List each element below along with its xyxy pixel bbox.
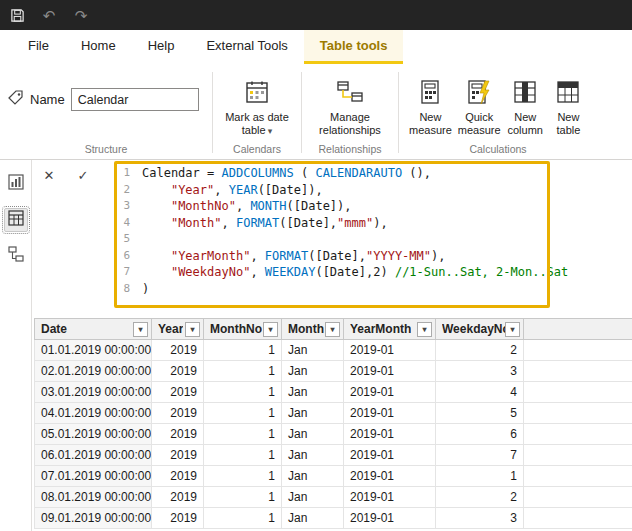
menu-tab-home[interactable]: Home	[65, 30, 132, 64]
new-table-button[interactable]: New table	[548, 74, 589, 139]
data-table: Date▾Year▾MonthNo▾Month▾YearMonth▾Weekda…	[34, 318, 632, 529]
new-measure-button[interactable]: New measure	[407, 74, 454, 139]
table-cell: 08.01.2019 00:00:00	[34, 487, 152, 507]
report-view-button[interactable]	[4, 172, 28, 196]
redo-icon[interactable]: ↷	[72, 6, 90, 24]
manage-relationships-button[interactable]: Manage relationships	[311, 74, 389, 139]
column-header-label: YearMonth	[350, 322, 411, 336]
filter-dropdown-icon[interactable]: ▾	[505, 322, 520, 337]
table-cell: 2019	[152, 445, 204, 465]
code-text: )	[142, 281, 149, 298]
code-text: "Year", YEAR([Date]),	[142, 182, 323, 199]
redo-glyph: ↷	[75, 8, 88, 23]
table-cell: 03.01.2019 00:00:00	[34, 382, 152, 402]
line-number: 4	[118, 215, 130, 232]
column-header-weekdayno: WeekdayNo▾	[436, 319, 524, 339]
menu-tab-file[interactable]: File	[12, 30, 65, 64]
table-cell: 1	[204, 340, 282, 360]
date-table-icon	[244, 76, 270, 108]
new-column-button[interactable]: New column	[505, 74, 546, 139]
menu-tab-help[interactable]: Help	[132, 30, 191, 64]
table-row[interactable]: 01.01.2019 00:00:0020191Jan2019-012	[34, 340, 632, 361]
table-cell: Jan	[282, 382, 344, 402]
save-icon[interactable]	[8, 6, 26, 24]
table-cell: 04.01.2019 00:00:00	[34, 403, 152, 423]
new-column-icon	[513, 76, 537, 108]
table-row[interactable]: 05.01.2019 00:00:0020191Jan2019-016	[34, 424, 632, 445]
undo-glyph: ↶	[43, 8, 56, 23]
relationships-icon	[336, 76, 364, 108]
table-row[interactable]: 08.01.2019 00:00:0020191Jan2019-012	[34, 487, 632, 508]
line-number: 1	[118, 165, 130, 182]
table-cell: 5	[436, 403, 524, 423]
table-cell: 2019	[152, 382, 204, 402]
menu-tab-external-tools[interactable]: External Tools	[190, 30, 303, 64]
line-number: 3	[118, 198, 130, 215]
table-cell: 1	[204, 403, 282, 423]
table-cell: Jan	[282, 403, 344, 423]
table-cell: Jan	[282, 445, 344, 465]
table-cell: 6	[436, 424, 524, 444]
group-label-relationships: Relationships	[302, 143, 398, 159]
code-line: 3 "MonthNo", MONTH([Date]),	[118, 198, 568, 215]
line-number: 2	[118, 182, 130, 199]
commit-formula-button[interactable]: ✓	[74, 168, 92, 183]
data-view-button[interactable]	[4, 208, 28, 232]
filter-dropdown-icon[interactable]: ▾	[263, 322, 278, 337]
line-number: 7	[118, 264, 130, 281]
table-cell: 1	[204, 445, 282, 465]
table-row[interactable]: 07.01.2019 00:00:0020191Jan2019-011	[34, 466, 632, 487]
table-cell: 1	[204, 466, 282, 486]
menu-tab-table-tools[interactable]: Table tools	[304, 30, 404, 64]
table-cell: 2019	[152, 487, 204, 507]
report-view-icon	[8, 174, 24, 194]
code-text: "WeekdayNo", WEEKDAY([Date],2) //1-Sun..…	[142, 264, 568, 281]
code-line: 6 "YearMonth", FORMAT([Date],"YYYY-MM"),	[118, 248, 568, 265]
formula-bar: ✕ ✓ 1Calendar = ADDCOLUMNS ( CALENDARAUT…	[32, 160, 632, 310]
table-cell: 2019-01	[344, 466, 436, 486]
filter-dropdown-icon[interactable]: ▾	[185, 322, 200, 337]
column-header-year: Year▾	[152, 319, 204, 339]
undo-icon[interactable]: ↶	[40, 6, 58, 24]
table-cell: 1	[436, 466, 524, 486]
cancel-formula-button[interactable]: ✕	[40, 168, 58, 183]
line-number: 5	[118, 231, 130, 248]
code-text: "Month", FORMAT([Date],"mmm"),	[142, 215, 388, 232]
table-cell: 06.01.2019 00:00:00	[34, 445, 152, 465]
table-cell: 2019	[152, 424, 204, 444]
filter-dropdown-icon[interactable]: ▾	[417, 322, 432, 337]
formula-code[interactable]: 1Calendar = ADDCOLUMNS ( CALENDARAUTO ()…	[118, 165, 568, 297]
table-cell: Jan	[282, 487, 344, 507]
table-cell: Jan	[282, 466, 344, 486]
code-text: "MonthNo", MONTH([Date]),	[142, 198, 352, 215]
table-cell: 1	[204, 361, 282, 381]
quick-measure-button[interactable]: Quick measure	[456, 74, 503, 139]
filter-dropdown-icon[interactable]: ▾	[133, 322, 148, 337]
column-header-label: Year	[158, 322, 183, 336]
model-view-button[interactable]	[4, 244, 28, 268]
table-row[interactable]: 04.01.2019 00:00:0020191Jan2019-015	[34, 403, 632, 424]
table-cell: 01.01.2019 00:00:00	[34, 340, 152, 360]
table-cell: 2019-01	[344, 508, 436, 528]
column-header-yearmonth: YearMonth▾	[344, 319, 436, 339]
button-label: New column	[507, 111, 544, 137]
table-cell: 2019-01	[344, 340, 436, 360]
table-row[interactable]: 06.01.2019 00:00:0020191Jan2019-017	[34, 445, 632, 466]
filter-dropdown-icon[interactable]: ▾	[325, 322, 340, 337]
code-text: Calendar = ADDCOLUMNS ( CALENDARAUTO (),	[142, 165, 431, 182]
table-cell: 4	[436, 382, 524, 402]
data-view-icon	[8, 210, 24, 230]
table-name-input[interactable]	[71, 88, 199, 111]
table-row[interactable]: 03.01.2019 00:00:0020191Jan2019-014	[34, 382, 632, 403]
column-header-month: Month▾	[282, 319, 344, 339]
name-label: Name	[30, 92, 65, 107]
table-row[interactable]: 02.01.2019 00:00:0020191Jan2019-013	[34, 361, 632, 382]
mark-as-date-table-button[interactable]: Mark as date table▾	[221, 74, 293, 140]
menu-tabs: FileHomeHelpExternal ToolsTable tools	[0, 30, 632, 64]
ribbon-group-calculations: New measure Quick measure New column New…	[399, 68, 597, 159]
table-header-row: Date▾Year▾MonthNo▾Month▾YearMonth▾Weekda…	[34, 318, 632, 340]
table-row[interactable]: 09.01.2019 00:00:0020191Jan2019-013	[34, 508, 632, 529]
table-cell: 05.01.2019 00:00:00	[34, 424, 152, 444]
table-cell: 2019	[152, 340, 204, 360]
table-cell: 2019-01	[344, 403, 436, 423]
